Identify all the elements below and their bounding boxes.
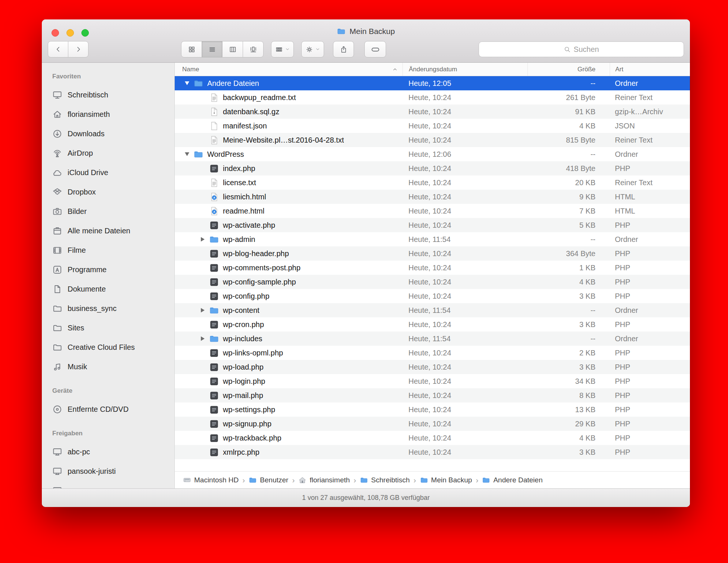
- forward-button[interactable]: [68, 41, 88, 57]
- sidebar-item-dokumente[interactable]: Dokumente: [42, 279, 174, 299]
- file-size: 91 KB: [528, 108, 610, 116]
- file-row[interactable]: wp-settings.phpHeute, 10:2413 KBPHP: [175, 402, 690, 417]
- sidebar-item-creative-cloud-files[interactable]: Creative Cloud Files: [42, 338, 174, 357]
- file-row[interactable]: wp-config.phpHeute, 10:243 KBPHP: [175, 289, 690, 303]
- file-row[interactable]: wp-load.phpHeute, 10:243 KBPHP: [175, 360, 690, 374]
- sidebar-item-label: Schreibtisch: [68, 91, 108, 99]
- titlebar[interactable]: Mein Backup: [42, 19, 690, 63]
- sidebar-item-downloads[interactable]: Downloads: [42, 124, 174, 143]
- sidebar-item-bilder[interactable]: Bilder: [42, 202, 174, 221]
- file-size: 3 KB: [528, 448, 610, 457]
- search-icon: [564, 46, 571, 53]
- column-header-kind[interactable]: Art: [610, 63, 690, 76]
- file-row[interactable]: license.txtHeute, 10:2420 KBReiner Text: [175, 175, 690, 190]
- folder-icon: [337, 27, 346, 36]
- column-header-name[interactable]: Name: [175, 63, 402, 76]
- sidebar-item-business-sync[interactable]: business_sync: [42, 299, 174, 318]
- file-row[interactable]: wp-trackback.phpHeute, 10:244 KBPHP: [175, 431, 690, 445]
- file-row[interactable]: manifest.jsonHeute, 10:244 KBJSON: [175, 119, 690, 133]
- action-menu-button[interactable]: [301, 41, 324, 57]
- file-row[interactable]: Andere DateienHeute, 12:05--Ordner: [175, 76, 690, 90]
- disclosure-triangle[interactable]: [196, 336, 209, 341]
- file-date: Heute, 12:05: [402, 79, 528, 88]
- tags-button[interactable]: [364, 41, 386, 57]
- file-kind: Ordner: [610, 150, 690, 159]
- column-header-date[interactable]: Änderungsdatum: [402, 63, 528, 76]
- file-row[interactable]: readme.htmlHeute, 10:247 KBHTML: [175, 204, 690, 218]
- pathbar-item-macintosh-hd[interactable]: Macintosh HD: [183, 476, 239, 484]
- sidebar-section-favoriten: FavoritenSchreibtischfloriansimethDownlo…: [42, 68, 174, 376]
- pathbar-item-floriansimeth[interactable]: floriansimeth: [298, 476, 350, 484]
- file-date: Heute, 10:24: [402, 377, 528, 386]
- file-row[interactable]: wp-config-sample.phpHeute, 10:244 KBPHP: [175, 275, 690, 289]
- file-size: 20 KB: [528, 178, 610, 187]
- file-row[interactable]: wp-cron.phpHeute, 10:243 KBPHP: [175, 317, 690, 332]
- file-row[interactable]: wp-blog-header.phpHeute, 10:24364 BytePH…: [175, 246, 690, 261]
- php-file-icon: [209, 419, 219, 429]
- file-name-cell: wp-settings.php: [175, 405, 402, 415]
- sidebar-item-sites[interactable]: Sites: [42, 318, 174, 338]
- sidebar-item-entfernte-cd-dvd[interactable]: Entfernte CD/DVD: [42, 399, 174, 419]
- file-size: --: [528, 79, 610, 88]
- file-row[interactable]: wp-contentHeute, 11:54--Ordner: [175, 303, 690, 317]
- file-size: 815 Byte: [528, 136, 610, 144]
- sidebar-item-airdrop[interactable]: AirDrop: [42, 143, 174, 163]
- file-name: datenbank.sql.gz: [223, 108, 279, 116]
- file-size: --: [528, 306, 610, 315]
- file-row[interactable]: wp-activate.phpHeute, 10:245 KBPHP: [175, 218, 690, 232]
- file-row[interactable]: wp-signup.phpHeute, 10:2429 KBPHP: [175, 417, 690, 431]
- php-file-icon: [209, 263, 219, 273]
- pathbar-item-andere-dateien[interactable]: Andere Dateien: [482, 476, 542, 484]
- sidebar-item-floriansimeth[interactable]: floriansimeth: [42, 105, 174, 124]
- file-kind: Reiner Text: [610, 178, 690, 187]
- back-button[interactable]: [48, 41, 68, 57]
- sidebar-item-filme[interactable]: Filme: [42, 240, 174, 260]
- sidebar-item-programme[interactable]: Programme: [42, 260, 174, 279]
- search-input[interactable]: Suchen: [479, 41, 684, 57]
- file-row[interactable]: index.phpHeute, 10:24418 BytePHP: [175, 161, 690, 175]
- pathbar-item-benutzer[interactable]: Benutzer: [249, 476, 288, 484]
- sidebar-item-abc-pc[interactable]: abc-pc: [42, 442, 174, 461]
- sidebar-item-label: iCloud Drive: [68, 168, 108, 177]
- sidebar-item-label: Programme: [68, 265, 106, 274]
- file-row[interactable]: wp-links-opml.phpHeute, 10:242 KBPHP: [175, 346, 690, 360]
- file-row[interactable]: wp-login.phpHeute, 10:2434 KBPHP: [175, 374, 690, 388]
- pathbar-item-schreibtisch[interactable]: Schreibtisch: [360, 476, 410, 484]
- php-file-icon: [209, 291, 219, 301]
- file-row[interactable]: datenbank.sql.gzHeute, 10:2491 KBgzip-k……: [175, 105, 690, 119]
- file-row[interactable]: liesmich.htmlHeute, 10:249 KBHTML: [175, 190, 690, 204]
- pathbar-item-mein-backup[interactable]: Mein Backup: [420, 476, 472, 484]
- file-kind: JSON: [610, 122, 690, 130]
- file-row[interactable]: xmlrpc.phpHeute, 10:243 KBPHP: [175, 445, 690, 459]
- sidebar-item-user-pc[interactable]: user-pc: [42, 481, 174, 488]
- file-row[interactable]: wp-mail.phpHeute, 10:248 KBPHP: [175, 388, 690, 402]
- sidebar-item-label: Dokumente: [68, 285, 106, 293]
- column-header-size[interactable]: Größe: [528, 63, 610, 76]
- list-view-button[interactable]: [202, 41, 223, 57]
- share-button[interactable]: [333, 41, 354, 57]
- file-row[interactable]: WordPressHeute, 12:06--Ordner: [175, 147, 690, 161]
- sidebar-item-pansook-juristi[interactable]: pansook-juristi: [42, 461, 174, 481]
- sidebar-item-dropbox[interactable]: Dropbox: [42, 182, 174, 202]
- disclosure-triangle[interactable]: [181, 81, 193, 85]
- coverflow-view-button[interactable]: [243, 41, 264, 57]
- icon-view-button[interactable]: [181, 41, 202, 57]
- file-row[interactable]: Meine-Website.pl…st.2016-04-28.txtHeute,…: [175, 133, 690, 147]
- column-view-button[interactable]: [222, 41, 243, 57]
- search-placeholder: Suchen: [574, 45, 599, 54]
- file-name: backwpup_readme.txt: [223, 93, 296, 102]
- sidebar-item-alle-meine-dateien[interactable]: Alle meine Dateien: [42, 221, 174, 240]
- disclosure-triangle[interactable]: [196, 308, 209, 312]
- file-row[interactable]: wp-adminHeute, 11:54--Ordner: [175, 232, 690, 246]
- sidebar-item-schreibtisch[interactable]: Schreibtisch: [42, 85, 174, 105]
- file-row[interactable]: wp-includesHeute, 11:54--Ordner: [175, 332, 690, 346]
- sidebar-item-musik[interactable]: Musik: [42, 357, 174, 376]
- file-row[interactable]: wp-comments-post.phpHeute, 10:241 KBPHP: [175, 261, 690, 275]
- display-icon: [52, 486, 62, 489]
- disclosure-triangle[interactable]: [181, 152, 193, 156]
- file-row[interactable]: backwpup_readme.txtHeute, 10:24261 ByteR…: [175, 90, 690, 105]
- arrange-button[interactable]: [271, 41, 294, 57]
- file-date: Heute, 11:54: [402, 235, 528, 244]
- disclosure-triangle[interactable]: [196, 237, 209, 242]
- sidebar-item-icloud-drive[interactable]: iCloud Drive: [42, 163, 174, 182]
